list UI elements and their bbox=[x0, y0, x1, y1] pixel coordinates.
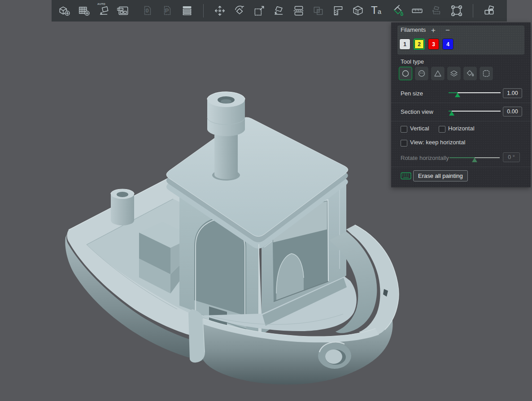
toolbar-separator bbox=[473, 4, 473, 17]
erase-all-painting-button[interactable]: Erase all painting bbox=[413, 170, 468, 181]
rotate-button[interactable] bbox=[232, 2, 247, 20]
move-button[interactable] bbox=[212, 2, 227, 20]
separator bbox=[391, 103, 531, 103]
keep-horizontal-checkbox-label[interactable]: View: keep horizontal bbox=[410, 139, 465, 146]
split-parts-icon bbox=[161, 4, 174, 17]
color-painting-button[interactable] bbox=[390, 2, 405, 20]
mesh-boolean-button bbox=[311, 2, 326, 20]
keyboard-shortcut-icon bbox=[401, 172, 411, 181]
split-objects-icon bbox=[141, 4, 154, 17]
pen-size-label: Pen size bbox=[401, 90, 423, 97]
remove-filament-button[interactable]: − bbox=[442, 26, 453, 35]
place-on-face-icon bbox=[273, 4, 285, 17]
vertical-checkbox[interactable] bbox=[401, 126, 407, 133]
section-view-value[interactable]: 0.00 bbox=[503, 107, 522, 116]
benchy-stern-post bbox=[111, 189, 134, 225]
cut-icon bbox=[292, 4, 305, 17]
add-plate-button[interactable] bbox=[76, 2, 92, 20]
move-icon bbox=[214, 4, 226, 17]
layers-icon bbox=[181, 4, 193, 17]
pen-size-slider[interactable] bbox=[449, 90, 501, 96]
rotate-horizontally-slider bbox=[449, 155, 500, 161]
plugin-button[interactable] bbox=[482, 2, 497, 20]
height-range-icon bbox=[449, 69, 458, 78]
exploded-view-icon bbox=[431, 4, 443, 17]
section-view-label: Section view bbox=[401, 108, 433, 115]
rotate-horizontally-label: Rotate horizontally bbox=[401, 155, 449, 161]
tool-circle-button[interactable] bbox=[399, 67, 412, 80]
seam-painting-button[interactable] bbox=[350, 2, 366, 20]
toolbar: AUTO0PTa bbox=[52, 0, 507, 22]
tool-type-buttons bbox=[399, 67, 493, 80]
gap-fill-icon bbox=[482, 69, 491, 78]
pen-size-value[interactable]: 1.00 bbox=[503, 88, 522, 98]
color-paint-icon bbox=[391, 4, 404, 17]
add-object-button[interactable] bbox=[57, 2, 72, 20]
slider-thumb[interactable] bbox=[449, 111, 454, 116]
filament-swatch-4[interactable]: 4 bbox=[442, 39, 454, 50]
add-cube-icon bbox=[58, 4, 70, 17]
split-to-parts-button: P bbox=[160, 2, 175, 20]
filament-swatch-2[interactable]: 2 bbox=[414, 39, 425, 50]
add-plate-icon bbox=[78, 4, 90, 17]
horizontal-checkbox-label[interactable]: Horizontal bbox=[448, 125, 475, 132]
text-button[interactable]: Ta bbox=[370, 2, 385, 20]
slider-thumb[interactable] bbox=[455, 93, 460, 97]
filament-swatch-1[interactable]: 1 bbox=[399, 39, 410, 50]
measure-button[interactable] bbox=[410, 2, 425, 20]
assembly-view-button[interactable] bbox=[449, 2, 464, 20]
exploded-view-button bbox=[429, 2, 445, 20]
rotate-icon bbox=[233, 4, 246, 17]
tool-triangle-button[interactable] bbox=[431, 67, 445, 80]
tool-gap-fill-button[interactable] bbox=[480, 67, 493, 80]
text-glyph: Ta bbox=[371, 4, 381, 17]
tool-type-label: Tool type bbox=[401, 58, 424, 65]
arrange-button[interactable] bbox=[116, 2, 131, 20]
auto-orient-icon bbox=[97, 4, 110, 17]
vertical-checkbox-label[interactable]: Vertical bbox=[410, 125, 429, 132]
split-to-objects-button: 0 bbox=[140, 2, 155, 20]
assembly-icon bbox=[450, 4, 463, 17]
scale-icon bbox=[253, 4, 266, 17]
slider-thumb bbox=[472, 158, 477, 162]
slider-track[interactable] bbox=[449, 111, 501, 112]
separator bbox=[391, 121, 531, 121]
sphere-icon bbox=[417, 69, 426, 78]
horizontal-checkbox[interactable] bbox=[439, 126, 445, 133]
color-painting-panel: Filaments + − 1234 Tool type Pen size 1.… bbox=[391, 22, 531, 187]
separator bbox=[391, 167, 531, 167]
application-window: AUTO0PTa Filaments + − 1234 Tool type Pe… bbox=[0, 0, 532, 401]
circle-icon bbox=[401, 69, 410, 78]
tool-sphere-button[interactable] bbox=[415, 67, 428, 80]
filaments-label: Filaments bbox=[401, 26, 426, 33]
seam-paint-icon bbox=[352, 4, 364, 17]
section-view-slider[interactable] bbox=[449, 108, 501, 115]
place-on-face-button[interactable] bbox=[271, 2, 287, 20]
fill-icon bbox=[466, 69, 475, 78]
tool-fill-button[interactable] bbox=[463, 67, 477, 80]
variable-layer-height-button[interactable] bbox=[179, 2, 195, 20]
keep-horizontal-checkbox[interactable] bbox=[401, 140, 407, 147]
arrange-icon bbox=[117, 4, 130, 17]
mesh-boolean-icon bbox=[312, 4, 325, 17]
cut-button[interactable] bbox=[291, 2, 306, 20]
plugin-icon bbox=[483, 4, 496, 17]
add-filament-button[interactable]: + bbox=[428, 26, 439, 35]
rotate-horizontally-value: 0 ° bbox=[503, 152, 520, 162]
filament-swatch-3[interactable]: 3 bbox=[428, 39, 439, 50]
tool-height-range-button[interactable] bbox=[447, 67, 461, 80]
auto-orient-button[interactable]: AUTO bbox=[96, 2, 111, 20]
support-painting-button[interactable] bbox=[331, 2, 346, 20]
filament-swatches: 1234 bbox=[399, 39, 454, 50]
support-paint-icon bbox=[332, 4, 344, 17]
triangle-icon bbox=[433, 69, 442, 78]
measure-icon bbox=[411, 4, 423, 17]
scale-button[interactable] bbox=[252, 2, 267, 20]
toolbar-separator bbox=[203, 4, 204, 17]
